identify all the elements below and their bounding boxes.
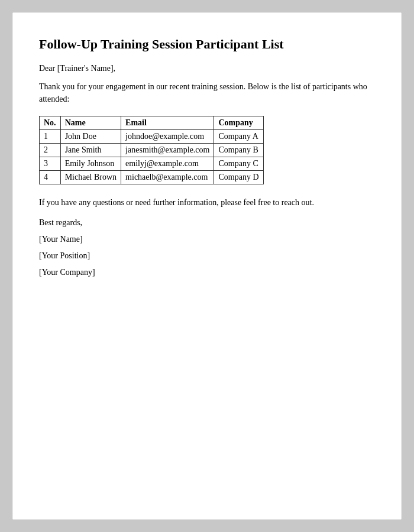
- table-row: 2Jane Smithjanesmith@example.comCompany …: [40, 143, 264, 157]
- col-header-company: Company: [214, 116, 263, 129]
- cell-no: 3: [40, 157, 61, 170]
- col-header-name: Name: [60, 116, 121, 129]
- cell-no: 4: [40, 170, 61, 184]
- cell-company: Company A: [214, 129, 263, 143]
- greeting-text: Dear [Trainer's Name],: [39, 64, 375, 73]
- col-header-no: No.: [40, 116, 61, 129]
- cell-email: johndoe@example.com: [121, 129, 214, 143]
- footer-text: If you have any questions or need furthe…: [39, 196, 375, 209]
- cell-email: janesmith@example.com: [121, 143, 214, 157]
- table-row: 3Emily Johnsonemilyj@example.comCompany …: [40, 157, 264, 170]
- document-page: Follow-Up Training Session Participant L…: [12, 12, 402, 520]
- cell-name: Michael Brown: [60, 170, 121, 184]
- sign-off-text: Best regards,: [39, 218, 375, 228]
- col-header-email: Email: [121, 116, 214, 129]
- your-company-field: [Your Company]: [39, 268, 375, 277]
- intro-text: Thank you for your engagement in our rec…: [39, 80, 375, 105]
- cell-name: Jane Smith: [60, 143, 121, 157]
- cell-name: Emily Johnson: [60, 157, 121, 170]
- table-row: 4Michael Brownmichaelb@example.comCompan…: [40, 170, 264, 184]
- your-name-field: [Your Name]: [39, 235, 375, 244]
- cell-email: emilyj@example.com: [121, 157, 214, 170]
- cell-company: Company B: [214, 143, 263, 157]
- cell-name: John Doe: [60, 129, 121, 143]
- cell-no: 2: [40, 143, 61, 157]
- table-header-row: No. Name Email Company: [40, 116, 264, 129]
- document-title: Follow-Up Training Session Participant L…: [39, 36, 375, 53]
- participant-table: No. Name Email Company 1John Doejohndoe@…: [39, 116, 264, 184]
- table-row: 1John Doejohndoe@example.comCompany A: [40, 129, 264, 143]
- cell-company: Company C: [214, 157, 263, 170]
- your-position-field: [Your Position]: [39, 251, 375, 261]
- cell-no: 1: [40, 129, 61, 143]
- cell-company: Company D: [214, 170, 263, 184]
- cell-email: michaelb@example.com: [121, 170, 214, 184]
